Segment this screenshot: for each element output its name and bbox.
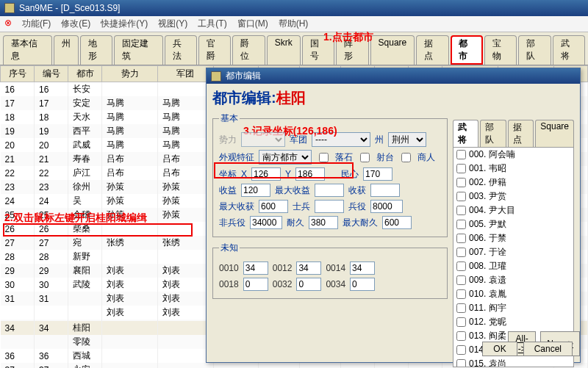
tab-部队[interactable]: 部队 <box>518 35 551 65</box>
appearance-select[interactable]: 南方都市 <box>259 150 312 165</box>
list-item[interactable]: 015. 袁尚 <box>453 357 573 367</box>
shouyi-input[interactable] <box>241 184 270 197</box>
list-item[interactable]: 001. 韦昭 <box>453 162 573 176</box>
list-item[interactable]: 000. 阿会喃 <box>453 148 573 162</box>
list-item[interactable]: 009. 袁遗 <box>453 273 573 287</box>
u0034-input[interactable] <box>350 278 375 291</box>
titlebar: San9ME - [D_Sce013.S9] <box>0 0 588 16</box>
list-item-check[interactable] <box>456 331 466 341</box>
list-item-check[interactable] <box>456 164 466 173</box>
menu-item[interactable]: 帮助(H) <box>279 18 309 30</box>
tab-官爵[interactable]: 官爵 <box>198 35 231 65</box>
menu-item[interactable]: ⊗ <box>4 18 12 30</box>
zhou-select[interactable]: 荆州 <box>388 132 426 147</box>
list-item[interactable]: 005. 尹默 <box>453 217 573 231</box>
col-header[interactable]: 序号 <box>1 66 35 82</box>
main-tabs: 1.点击都市 基本信息州地形固定建筑兵法官爵爵位Skrk国号阵形Square据点… <box>0 32 588 65</box>
list-item-check[interactable] <box>456 178 466 187</box>
menu-item[interactable]: 快捷操作(Y) <box>101 18 148 30</box>
list-item[interactable]: 012. 党昵 <box>453 315 573 329</box>
coord-x-input[interactable] <box>251 167 281 181</box>
tab-兵法[interactable]: 兵法 <box>165 35 197 65</box>
list-item[interactable]: 011. 阎宇 <box>453 301 573 315</box>
app-icon <box>4 3 15 13</box>
list-item[interactable]: 008. 卫瓘 <box>453 259 573 273</box>
list-item[interactable]: 010. 袁胤 <box>453 287 573 301</box>
tab-武将[interactable]: 武将 <box>553 35 585 65</box>
shangren-check[interactable] <box>401 153 411 162</box>
col-header[interactable]: 都市 <box>68 66 102 82</box>
menu-item[interactable]: 视图(Y) <box>158 18 187 30</box>
naijiu-input[interactable] <box>309 216 338 229</box>
dialog-title: 都市编辑 <box>226 70 261 82</box>
u0010-input[interactable] <box>243 261 268 275</box>
menu-item[interactable]: 功能(F) <box>22 18 51 30</box>
dialog-icon <box>211 71 221 82</box>
u0018-input[interactable] <box>243 278 268 291</box>
menu-item[interactable]: 窗口(M) <box>237 18 268 30</box>
tab-固定建筑[interactable]: 固定建筑 <box>114 35 163 65</box>
list-item-check[interactable] <box>456 248 466 257</box>
side-tab[interactable]: 据点 <box>508 120 534 147</box>
bing-input[interactable] <box>315 200 344 213</box>
list-item-check[interactable] <box>456 359 466 367</box>
list-item-check[interactable] <box>456 345 466 355</box>
tab-Square[interactable]: Square <box>370 35 415 65</box>
bingyi-input[interactable] <box>370 200 403 213</box>
minxin-input[interactable] <box>363 167 392 181</box>
tab-都市[interactable]: 都市 <box>451 35 483 65</box>
shedai-check[interactable] <box>360 153 370 162</box>
menu-item[interactable]: 工具(T) <box>198 18 226 30</box>
col-header[interactable]: 势力 <box>102 66 158 82</box>
list-item-check[interactable] <box>456 220 466 229</box>
list-item-check[interactable] <box>456 303 466 313</box>
city-edit-dialog: 都市编辑 都市编辑:桂阳 3.记录坐标(126,186) 基本 势力 军团 --… <box>206 68 581 363</box>
tab-州[interactable]: 州 <box>54 35 79 65</box>
list-item[interactable]: 007. 于诠 <box>453 245 573 259</box>
coord-y-input[interactable] <box>295 167 325 181</box>
maxshouhuo-input[interactable] <box>259 200 288 213</box>
list-item-check[interactable] <box>456 150 466 159</box>
tab-宝物[interactable]: 宝物 <box>484 35 517 65</box>
u0014-input[interactable] <box>350 261 375 275</box>
u0032-input[interactable] <box>296 278 321 291</box>
list-item[interactable]: 004. 尹大目 <box>453 203 573 217</box>
maxnaijiu-input[interactable] <box>382 216 412 229</box>
side-tab[interactable]: Square <box>535 120 574 147</box>
menubar: ⊗ 功能(F) 修改(E) 快捷操作(Y) 视图(Y) 工具(T) 窗口(M) … <box>0 16 588 32</box>
tab-基本信息[interactable]: 基本信息 <box>3 35 52 65</box>
feibing-input[interactable] <box>250 216 282 229</box>
list-item[interactable]: 002. 伊籍 <box>453 176 573 190</box>
list-item-check[interactable] <box>456 289 466 299</box>
dialog-buttons: OK Cancel <box>482 342 573 356</box>
col-header[interactable]: 编号 <box>35 66 68 82</box>
tab-据点[interactable]: 据点 <box>416 35 448 65</box>
menu-item[interactable]: 修改(E) <box>61 18 90 30</box>
list-item-check[interactable] <box>456 317 466 327</box>
list-item[interactable]: 006. 于禁 <box>453 231 573 245</box>
window-title: San9ME - [D_Sce013.S9] <box>19 0 120 16</box>
shouhuo-input[interactable] <box>370 184 400 197</box>
list-item-check[interactable] <box>456 206 466 215</box>
annotation-2: 2.双击鼠标左键开启桂阳城编缉 <box>4 212 147 225</box>
side-panel: 武将部队据点Square 000. 阿会喃001. 韦昭002. 伊籍003. … <box>453 120 574 367</box>
dialog-heading: 都市编辑:桂阳 <box>212 88 574 108</box>
tab-地形[interactable]: 地形 <box>80 35 112 65</box>
dialog-titlebar: 都市编辑 <box>207 68 580 84</box>
side-tab[interactable]: 武将 <box>453 120 478 147</box>
luoshi-check[interactable] <box>319 153 329 162</box>
list-item-check[interactable] <box>456 261 466 271</box>
maxshouyi-input[interactable] <box>315 184 344 197</box>
list-item-check[interactable] <box>456 192 466 201</box>
faction-select <box>241 132 285 147</box>
u0012-input[interactable] <box>296 261 321 275</box>
side-tabset: 武将部队据点Square <box>453 120 574 147</box>
list-item-check[interactable] <box>456 234 466 243</box>
side-tab[interactable]: 部队 <box>480 120 506 147</box>
tab-Skrk[interactable]: Skrk <box>267 35 301 65</box>
list-item[interactable]: 003. 尹赏 <box>453 190 573 203</box>
tab-爵位[interactable]: 爵位 <box>232 35 265 65</box>
cancel-button[interactable]: Cancel <box>523 342 573 356</box>
list-item-check[interactable] <box>456 275 466 285</box>
ok-button[interactable]: OK <box>482 342 517 356</box>
